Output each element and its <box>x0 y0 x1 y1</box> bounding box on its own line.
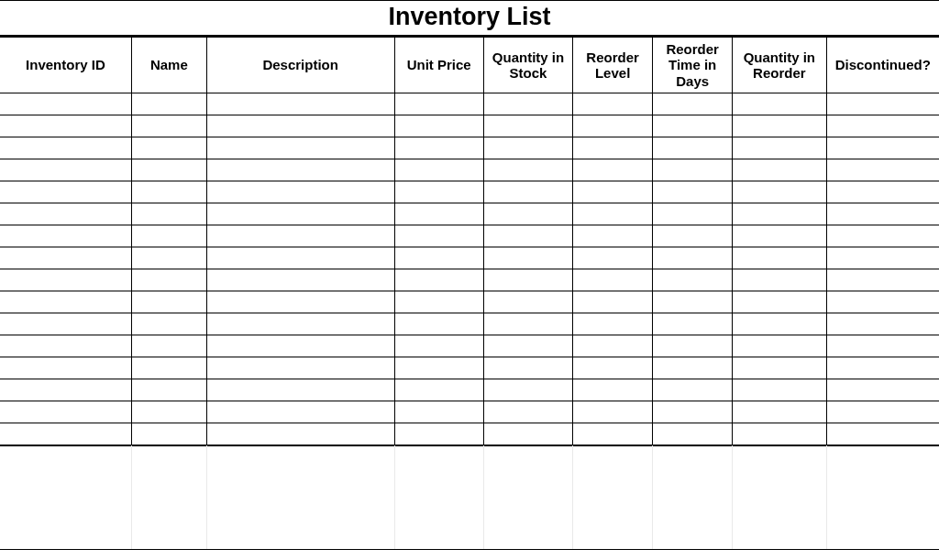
cell-quantity_in_reorder[interactable] <box>733 93 826 115</box>
cell-reorder_time_days[interactable] <box>653 313 733 335</box>
cell-quantity_in_stock[interactable] <box>483 159 572 181</box>
cell-discontinued[interactable] <box>826 115 939 137</box>
cell-discontinued[interactable] <box>826 379 939 401</box>
cell-quantity_in_stock[interactable] <box>483 423 572 445</box>
cell-inventory_id[interactable] <box>0 357 131 379</box>
cell-quantity_in_reorder[interactable] <box>733 291 826 313</box>
cell-name[interactable] <box>131 401 206 423</box>
cell-unit_price[interactable] <box>394 269 483 291</box>
cell-quantity_in_reorder[interactable] <box>733 203 826 225</box>
cell-quantity_in_reorder[interactable] <box>733 247 826 269</box>
cell-discontinued[interactable] <box>826 93 939 115</box>
cell-reorder_time_days[interactable] <box>653 115 733 137</box>
cell-reorder_level[interactable] <box>573 313 653 335</box>
cell-reorder_level[interactable] <box>573 159 653 181</box>
cell-description[interactable] <box>206 93 394 115</box>
cell-reorder_level[interactable] <box>573 401 653 423</box>
cell-quantity_in_reorder[interactable] <box>733 181 826 203</box>
cell-description[interactable] <box>206 291 394 313</box>
empty-cell[interactable] <box>394 445 483 549</box>
cell-name[interactable] <box>131 203 206 225</box>
cell-reorder_level[interactable] <box>573 379 653 401</box>
cell-quantity_in_reorder[interactable] <box>733 269 826 291</box>
cell-quantity_in_reorder[interactable] <box>733 137 826 159</box>
cell-discontinued[interactable] <box>826 269 939 291</box>
cell-unit_price[interactable] <box>394 313 483 335</box>
cell-unit_price[interactable] <box>394 159 483 181</box>
cell-inventory_id[interactable] <box>0 181 131 203</box>
empty-cell[interactable] <box>0 445 131 549</box>
cell-name[interactable] <box>131 269 206 291</box>
cell-inventory_id[interactable] <box>0 137 131 159</box>
cell-name[interactable] <box>131 225 206 247</box>
cell-quantity_in_stock[interactable] <box>483 247 572 269</box>
cell-description[interactable] <box>206 181 394 203</box>
cell-quantity_in_stock[interactable] <box>483 93 572 115</box>
cell-unit_price[interactable] <box>394 115 483 137</box>
cell-reorder_level[interactable] <box>573 137 653 159</box>
cell-name[interactable] <box>131 379 206 401</box>
cell-inventory_id[interactable] <box>0 313 131 335</box>
cell-name[interactable] <box>131 335 206 357</box>
cell-reorder_time_days[interactable] <box>653 225 733 247</box>
cell-inventory_id[interactable] <box>0 225 131 247</box>
cell-unit_price[interactable] <box>394 291 483 313</box>
cell-quantity_in_reorder[interactable] <box>733 225 826 247</box>
cell-reorder_time_days[interactable] <box>653 423 733 445</box>
cell-quantity_in_stock[interactable] <box>483 115 572 137</box>
cell-quantity_in_reorder[interactable] <box>733 159 826 181</box>
empty-cell[interactable] <box>131 445 206 549</box>
cell-discontinued[interactable] <box>826 225 939 247</box>
cell-inventory_id[interactable] <box>0 423 131 445</box>
cell-discontinued[interactable] <box>826 247 939 269</box>
cell-description[interactable] <box>206 247 394 269</box>
cell-quantity_in_reorder[interactable] <box>733 401 826 423</box>
cell-inventory_id[interactable] <box>0 159 131 181</box>
cell-name[interactable] <box>131 137 206 159</box>
cell-inventory_id[interactable] <box>0 291 131 313</box>
cell-unit_price[interactable] <box>394 401 483 423</box>
cell-reorder_level[interactable] <box>573 291 653 313</box>
cell-discontinued[interactable] <box>826 313 939 335</box>
cell-reorder_time_days[interactable] <box>653 335 733 357</box>
cell-inventory_id[interactable] <box>0 269 131 291</box>
cell-inventory_id[interactable] <box>0 335 131 357</box>
cell-description[interactable] <box>206 379 394 401</box>
cell-quantity_in_reorder[interactable] <box>733 115 826 137</box>
cell-unit_price[interactable] <box>394 247 483 269</box>
cell-inventory_id[interactable] <box>0 203 131 225</box>
cell-unit_price[interactable] <box>394 335 483 357</box>
cell-name[interactable] <box>131 357 206 379</box>
cell-inventory_id[interactable] <box>0 401 131 423</box>
cell-description[interactable] <box>206 269 394 291</box>
cell-reorder_time_days[interactable] <box>653 203 733 225</box>
cell-unit_price[interactable] <box>394 137 483 159</box>
cell-reorder_time_days[interactable] <box>653 379 733 401</box>
cell-reorder_level[interactable] <box>573 93 653 115</box>
cell-quantity_in_stock[interactable] <box>483 225 572 247</box>
cell-quantity_in_reorder[interactable] <box>733 313 826 335</box>
cell-unit_price[interactable] <box>394 357 483 379</box>
cell-description[interactable] <box>206 225 394 247</box>
cell-discontinued[interactable] <box>826 335 939 357</box>
cell-reorder_level[interactable] <box>573 269 653 291</box>
cell-reorder_level[interactable] <box>573 225 653 247</box>
cell-quantity_in_stock[interactable] <box>483 203 572 225</box>
cell-description[interactable] <box>206 137 394 159</box>
cell-reorder_level[interactable] <box>573 357 653 379</box>
cell-description[interactable] <box>206 115 394 137</box>
cell-quantity_in_stock[interactable] <box>483 181 572 203</box>
cell-discontinued[interactable] <box>826 357 939 379</box>
cell-reorder_time_days[interactable] <box>653 269 733 291</box>
cell-name[interactable] <box>131 93 206 115</box>
cell-reorder_level[interactable] <box>573 335 653 357</box>
cell-name[interactable] <box>131 115 206 137</box>
cell-description[interactable] <box>206 335 394 357</box>
cell-reorder_time_days[interactable] <box>653 181 733 203</box>
cell-name[interactable] <box>131 159 206 181</box>
cell-reorder_time_days[interactable] <box>653 137 733 159</box>
cell-discontinued[interactable] <box>826 423 939 445</box>
cell-quantity_in_reorder[interactable] <box>733 335 826 357</box>
cell-description[interactable] <box>206 401 394 423</box>
cell-discontinued[interactable] <box>826 159 939 181</box>
